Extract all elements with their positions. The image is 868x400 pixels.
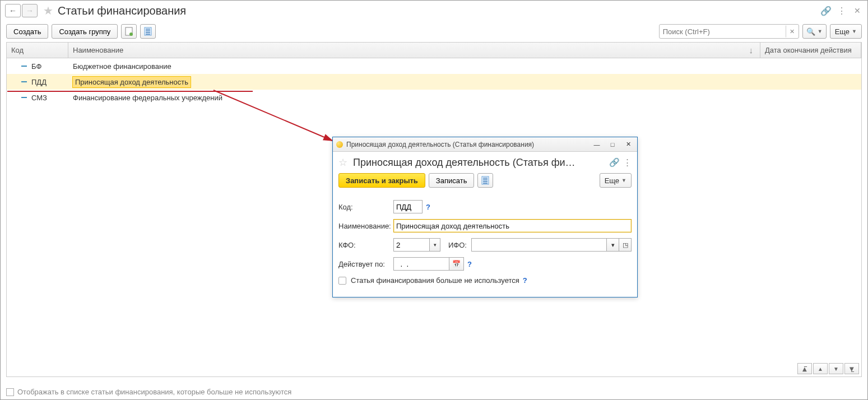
ifo-label: ИФО: [448,241,467,249]
show-unused-checkbox[interactable]: Отображать в списке статьи финансировани… [6,388,862,396]
nav-back-button[interactable]: ← [5,4,21,17]
valid-to-input[interactable] [393,257,449,271]
close-icon[interactable]: ✕ [623,139,634,150]
dropdown-button[interactable]: ▾ [607,238,619,252]
dialog-toolbar: Записать и закрыть Записать Еще▼ [333,173,637,192]
list-icon [481,176,489,185]
create-button[interactable]: Создать [6,24,48,39]
more-button[interactable]: Еще▼ [830,24,862,39]
list-icon-button[interactable] [477,173,493,188]
maximize-icon[interactable]: □ [607,139,618,150]
create-group-button[interactable]: Создать группу [52,24,118,39]
cell-name: Бюджетное финансирование [73,62,171,71]
more-label: Еще [835,27,850,36]
item-marker-icon [21,66,27,67]
close-icon[interactable]: ✕ [852,6,863,15]
checkbox-icon [6,388,14,396]
favorite-star-icon[interactable]: ★ [43,4,53,17]
name-label: Наименование: [338,222,393,230]
cell-name: Приносящая доход деятельность [73,77,191,87]
name-input[interactable] [393,219,632,232]
search-box: ✕ [659,24,799,39]
col-header-code[interactable]: Код [7,43,68,58]
scroll-bottom-button[interactable]: ▼̲ [844,363,859,374]
grid-header-row: Код Наименование ↓ Дата окончания действ… [7,43,861,58]
valid-to-date: 📅 [393,257,464,271]
dialog-header: ☆ Приносящая доход деятельность (Статья … [333,152,637,173]
report-icon-button[interactable] [121,24,137,39]
search-go-button[interactable]: 🔍▼ [802,24,827,39]
link-icon[interactable]: 🔗 [820,6,832,16]
nav-forward-button[interactable]: → [22,4,38,17]
grid-scroll-controls: ▲̅ ▲ ▼ ▼̲ [795,361,861,376]
table-row[interactable]: БФ Бюджетное финансирование [7,58,861,74]
page-header: ← → ★ Статьи финансирования 🔗 ⋮ ✕ [1,1,867,21]
magnifier-icon: 🔍 [806,27,815,36]
app-badge-icon [336,141,343,148]
unused-checkbox[interactable] [338,277,346,285]
cell-code: ПДД [31,78,47,86]
table-row[interactable]: СМЗ Финансирование федеральных учреждени… [7,90,861,105]
unused-label: Статья финансирования больше не использу… [351,276,519,285]
kfo-spinner: ▾ [393,238,440,252]
more-button[interactable]: Еще▼ [600,173,632,188]
main-toolbar: Создать Создать группу ✕ 🔍▼ Еще▼ [1,21,867,42]
cell-code: СМЗ [31,94,47,102]
kfo-input[interactable] [393,238,429,252]
kebab-icon[interactable]: ⋮ [623,157,632,168]
search-input[interactable] [659,24,799,39]
favorite-star-icon[interactable]: ☆ [338,156,347,169]
valid-to-label: Действует по: [338,260,393,268]
scroll-up-button[interactable]: ▲ [813,363,828,374]
calendar-icon[interactable]: 📅 [449,257,464,271]
item-marker-icon [21,81,27,82]
kebab-icon[interactable]: ⋮ [837,6,846,16]
caret-down-icon: ▼ [852,29,857,34]
link-icon[interactable]: 🔗 [609,157,620,168]
spreadsheet-icon [125,27,133,36]
scroll-down-button[interactable]: ▼ [829,363,843,374]
sort-indicator-icon: ↓ [749,45,754,55]
caret-down-icon: ▼ [818,29,823,34]
list-icon-button[interactable] [140,24,156,39]
page-title: Статьи финансирования [58,4,186,17]
help-icon[interactable]: ? [467,260,472,268]
caret-down-icon: ▼ [621,178,626,183]
dialog-body: Код: ? Наименование: КФО: ▾ ИФО: ▾ ◳ Дей… [333,192,637,297]
kfo-label: КФО: [338,241,393,249]
dialog-titlebar-text: Приносящая доход деятельность (Статья фи… [346,141,534,148]
cell-name: Финансирование федеральных учреждений [73,94,222,102]
item-marker-icon [21,97,27,98]
help-icon[interactable]: ? [523,276,527,285]
scroll-top-button[interactable]: ▲̅ [797,363,812,374]
ifo-lookup: ▾ ◳ [471,238,632,252]
edit-item-dialog: Приносящая доход деятельность (Статья фи… [332,137,638,297]
col-header-name[interactable]: Наименование ↓ [68,43,760,58]
cell-code: БФ [31,62,41,71]
svg-point-1 [129,32,133,36]
col-header-end-date[interactable]: Дата окончания действия [760,43,861,58]
dialog-titlebar: Приносящая доход деятельность (Статья фи… [333,137,637,152]
save-and-close-button[interactable]: Записать и закрыть [338,173,425,188]
more-label: Еще [605,176,619,185]
table-row[interactable]: ПДД Приносящая доход деятельность [7,74,861,90]
open-dialog-button[interactable]: ◳ [619,238,632,252]
search-clear-icon[interactable]: ✕ [786,26,797,38]
help-icon[interactable]: ? [426,203,430,211]
col-header-name-label: Наименование [73,46,123,54]
code-label: Код: [338,203,393,211]
spinner-button[interactable]: ▾ [429,238,440,252]
dialog-title: Приносящая доход деятельность (Статья фи… [353,157,606,169]
page-footer: Отображать в списке статьи финансировани… [1,384,867,399]
minimize-icon[interactable]: — [591,139,602,150]
list-icon [144,27,152,36]
ifo-input[interactable] [471,238,607,252]
code-input[interactable] [393,200,423,213]
show-unused-label: Отображать в списке статьи финансировани… [17,388,291,396]
save-button[interactable]: Записать [429,173,475,188]
